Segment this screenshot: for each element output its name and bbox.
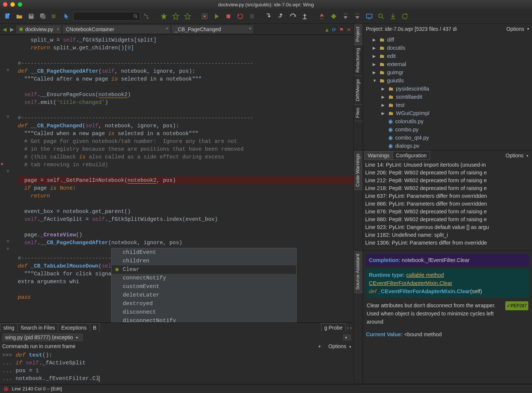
close-window-button[interactable]: [3, 2, 7, 7]
warnings-options-button[interactable]: Options: [503, 153, 526, 158]
vtab-code-warnings[interactable]: Code Warnings: [354, 151, 363, 190]
completion-popup[interactable]: childEventchildrenClearconnectNotifycust…: [111, 248, 297, 322]
debug-plus-button[interactable]: +: [318, 343, 321, 349]
step-over-icon[interactable]: [288, 11, 298, 22]
bookmark-add-icon[interactable]: [159, 11, 169, 22]
file-tab[interactable]: dockview.py ▾: [16, 25, 61, 33]
tab-warnings[interactable]: Warnings: [364, 151, 393, 160]
record-icon[interactable]: [199, 11, 210, 22]
save-icon[interactable]: [26, 11, 36, 22]
tab-configuration[interactable]: Configuration: [393, 151, 430, 160]
completion-item[interactable]: deleteLater: [112, 291, 296, 299]
completion-item[interactable]: childEvent: [112, 248, 296, 257]
sync-icon[interactable]: ⟳: [332, 27, 337, 32]
warning-item[interactable]: Line 218: Pep8: W602 deprecated form of …: [365, 184, 530, 192]
warning-item[interactable]: Line 876: Pep8: W602 deprecated form of …: [365, 208, 530, 216]
bookmark-next-icon[interactable]: [182, 11, 193, 22]
warning-icon[interactable]: ▲: [324, 27, 330, 32]
warning-item[interactable]: Line 206: Pep8: W602 deprecated form of …: [365, 169, 530, 177]
project-options-button[interactable]: Options: [506, 26, 524, 32]
tab-sting[interactable]: sting: [0, 323, 18, 332]
vtab-files[interactable]: Files: [354, 105, 363, 121]
tab-next-icon[interactable]: ▶: [9, 26, 15, 32]
bottom-tabs-nav-icon[interactable]: ‹ ›: [346, 325, 353, 331]
step-return-icon[interactable]: [276, 11, 286, 22]
warning-item[interactable]: Line 880: Pep8: W602 deprecated form of …: [365, 216, 530, 223]
completion-item[interactable]: customEvent: [112, 282, 296, 291]
tree-row[interactable]: ▼🖿guiutils: [365, 76, 530, 85]
debug-console[interactable]: >>> def test():... if self._fActiveSplit…: [0, 350, 353, 384]
close-tab-icon[interactable]: ✕: [347, 27, 352, 32]
tab-debug-probe[interactable]: g Probe: [321, 323, 346, 332]
play-icon[interactable]: [211, 11, 222, 22]
bookmark-prev-icon[interactable]: [171, 11, 181, 22]
tab-search-in-files[interactable]: Search in Files: [17, 323, 59, 332]
tree-row[interactable]: ◉combo.py: [365, 125, 530, 134]
project-tree[interactable]: ▶🖿diff▶🖿docutils▶🖿edit▶🖿external▶🖿guimgr…: [363, 34, 532, 150]
tree-row[interactable]: ▶🖿guimgr: [365, 68, 530, 76]
breakpoint-icon[interactable]: [328, 11, 339, 22]
tree-row[interactable]: ◉dialogs.pv: [365, 142, 530, 150]
warning-item[interactable]: Line 923: PyLint: Dangerous default valu…: [365, 223, 530, 231]
bookmark-icon[interactable]: ⚑: [339, 27, 344, 32]
maximize-window-button[interactable]: [18, 2, 22, 7]
download-icon[interactable]: [388, 11, 398, 22]
class-selector[interactable]: CNotebookContainer ▾: [63, 25, 170, 33]
indent-icon[interactable]: [50, 11, 60, 22]
warning-item[interactable]: Line 14: PyLint: Unused import itertools…: [365, 161, 530, 169]
editor-body[interactable]: ▽ ▽ ◆ ▽ ▽ ▽ split_w = self._fGtkSplitWid…: [0, 35, 353, 322]
vtab-refactoring[interactable]: Refactoring: [354, 45, 363, 76]
open-file-icon[interactable]: [14, 11, 24, 22]
completion-item[interactable]: destroyed: [112, 299, 296, 308]
vtab-project[interactable]: Project: [354, 24, 363, 45]
toolbar-search[interactable]: [73, 12, 140, 21]
warning-item[interactable]: Line 1182: Undefined name: split_i: [365, 231, 530, 239]
tree-row[interactable]: ▶🖿test: [365, 101, 530, 109]
tab-b[interactable]: B: [90, 323, 100, 332]
step-out-icon[interactable]: [300, 11, 310, 22]
refresh-icon[interactable]: [400, 11, 410, 22]
replace-icon[interactable]: AB: [142, 11, 152, 22]
vtab-source-assistant[interactable]: Source Assistant: [354, 251, 363, 293]
warning-item[interactable]: Line 866: PyLint: Parameters differ from…: [365, 200, 530, 208]
process-selector[interactable]: wing.py (pid 85777) (exceptio ▾: [2, 333, 83, 341]
frame-down-icon[interactable]: [340, 11, 351, 22]
tree-row[interactable]: ▶🖿WGuiCppImpl: [365, 109, 530, 117]
save-all-icon[interactable]: [38, 11, 48, 22]
tree-row[interactable]: ▶🖿pysidescintilla: [365, 85, 530, 93]
step-into-icon[interactable]: [264, 11, 274, 22]
pause-icon[interactable]: [247, 11, 257, 22]
completion-item[interactable]: disconnect: [112, 308, 296, 317]
warnings-list[interactable]: Line 14: PyLint: Unused import itertools…: [363, 160, 532, 250]
restart-icon[interactable]: [235, 11, 245, 22]
monitor-icon[interactable]: [364, 11, 374, 22]
debug-options-button[interactable]: Options: [328, 343, 346, 349]
tree-row[interactable]: ▶🖿scintillaedit: [365, 93, 530, 101]
tab-exceptions[interactable]: Exceptions: [58, 323, 90, 332]
tree-row[interactable]: ◉combo_qt4.py: [365, 134, 530, 142]
bug-icon[interactable]: 🐞: [3, 386, 9, 392]
pointer-icon[interactable]: [62, 11, 72, 22]
frame-bottom-icon[interactable]: [352, 11, 363, 22]
completion-item[interactable]: connectNotify: [112, 274, 296, 282]
search-icon[interactable]: [376, 11, 386, 22]
frame-up-icon[interactable]: [317, 11, 327, 22]
completion-item[interactable]: Clear: [112, 265, 296, 274]
tree-row[interactable]: ▶🖿diff: [365, 36, 530, 44]
tree-row[interactable]: ◉colorutils.py: [365, 117, 530, 125]
tree-row[interactable]: ▶🖿docutils: [365, 44, 530, 52]
tree-row[interactable]: ▶🖿edit: [365, 52, 530, 60]
function-selector[interactable]: _CB_PageChanged ▾: [172, 25, 253, 33]
tab-prev-icon[interactable]: ◀: [1, 26, 7, 32]
gutter[interactable]: ▽ ▽ ◆ ▽ ▽ ▽: [0, 35, 16, 322]
warning-item[interactable]: Line 1306: PyLint: Parameters differ fro…: [365, 239, 530, 247]
debug-dropdown[interactable]: ▾: [343, 334, 351, 341]
warning-item[interactable]: Line 212: Pep8: W602 deprecated form of …: [365, 177, 530, 184]
tree-row[interactable]: ▶🖿external: [365, 60, 530, 68]
warning-item[interactable]: Line 637: PyLint: Parameters differ from…: [365, 192, 530, 200]
stop-icon[interactable]: [223, 11, 234, 22]
vtab-diff-merge[interactable]: Diff/Merge: [354, 76, 363, 105]
completion-item[interactable]: disconnectNotify: [112, 317, 296, 322]
new-file-icon[interactable]: [2, 11, 13, 22]
minimize-window-button[interactable]: [10, 2, 15, 7]
